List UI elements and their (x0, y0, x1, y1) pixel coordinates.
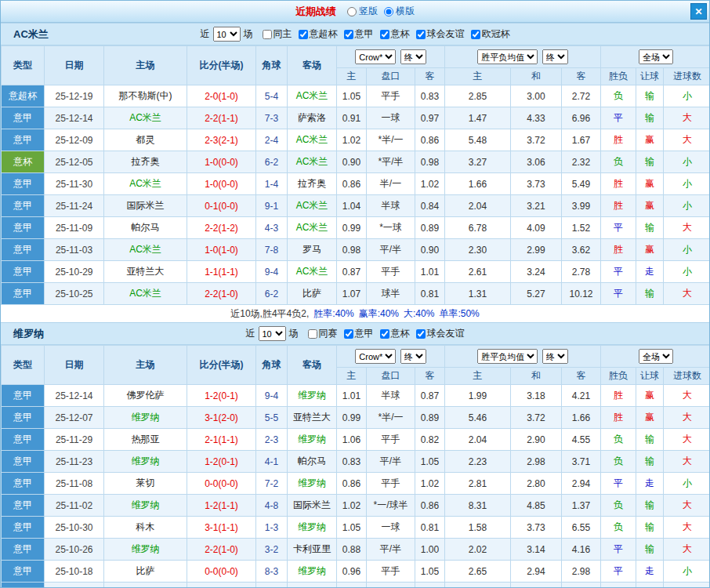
avg-draw: 3.21 (511, 195, 562, 217)
corners: 4-8 (256, 495, 288, 517)
filter-checkbox[interactable] (308, 329, 317, 339)
corners: 4-1 (256, 451, 288, 473)
corners: 7-3 (256, 107, 288, 129)
match-row: 意甲25-11-30AC米兰1-0(0-0)1-4拉齐奥0.86半/一1.021… (2, 173, 710, 195)
filter-checkbox[interactable] (263, 30, 272, 39)
result-goals: 小 (664, 195, 710, 217)
filter-option[interactable]: 欧冠杯 (471, 27, 510, 41)
odds-handicap: *一/球半 (367, 495, 415, 517)
layout-option-vertical[interactable]: 竖版 (347, 5, 378, 18)
avg-final-select[interactable]: 终 (542, 349, 568, 364)
summary-segment: 近10场,胜4平4负2, (230, 307, 309, 321)
avg-home: 2.23 (445, 451, 511, 473)
odds-away: 0.89 (415, 217, 445, 239)
result-handicap: 赢 (636, 173, 664, 195)
avg-type-select[interactable]: 胜平负均值 (477, 349, 538, 364)
match-row: 意甲25-10-26维罗纳2-2(1-0)3-2卡利亚里0.88平/半1.002… (2, 539, 710, 561)
filter-checkbox[interactable] (344, 30, 353, 39)
match-scope-select[interactable]: 全场 (639, 349, 673, 364)
odds-home: 1.01 (337, 385, 367, 407)
filter-checkbox[interactable] (416, 329, 426, 339)
subcol-avg-draw: 和 (511, 368, 562, 385)
match-count-select[interactable]: 10 (259, 326, 286, 341)
avg-final-select[interactable]: 终 (542, 49, 568, 64)
col-score: 比分(半场) (187, 346, 256, 385)
odds-home: 1.05 (337, 517, 367, 539)
summary-segment: 大:40% (404, 307, 434, 321)
layout-option-horizontal[interactable]: 横版 (384, 5, 415, 18)
filter-option[interactable]: 意杯 (380, 27, 410, 41)
odds-handicap: 平手 (367, 429, 415, 451)
away-team: 比萨 (288, 283, 337, 305)
match-date: 25-12-07 (45, 407, 104, 429)
vertical-layout-radio[interactable] (347, 7, 357, 16)
col-date: 日期 (45, 346, 104, 385)
filter-checkbox[interactable] (380, 30, 389, 39)
filter-option[interactable]: 意甲 (344, 27, 374, 41)
filter-checkbox[interactable] (299, 30, 308, 39)
horizontal-layout-radio[interactable] (384, 7, 393, 16)
odds-final-select[interactable]: 终 (400, 49, 426, 64)
match-row: 意甲25-11-08莱切0-0(0-0)7-2维罗纳0.86平手1.022.81… (2, 473, 710, 495)
corners: 5-4 (256, 85, 288, 107)
filter-checkbox[interactable] (471, 30, 480, 39)
result-goals: 小 (664, 561, 710, 583)
home-team: AC米兰 (104, 239, 187, 261)
scope-group-header: 全场 (601, 346, 710, 368)
filter-checkbox[interactable] (416, 30, 426, 39)
subcol-avg-away: 客 (562, 68, 601, 85)
filter-option[interactable]: 意甲 (344, 327, 374, 340)
col-type: 类型 (2, 346, 45, 385)
filter-label: 欧冠杯 (482, 27, 510, 41)
match-date: 25-10-18 (45, 561, 104, 583)
match-row: 意甲25-10-25AC米兰2-2(1-0)6-2比萨1.07球半0.811.3… (2, 283, 710, 305)
match-row: 意甲25-11-09帕尔马2-2(1-2)4-3AC米兰0.99*一球0.896… (2, 217, 710, 239)
subcol-avg-home: 主 (445, 68, 511, 85)
filter-option[interactable]: 球会友谊 (416, 27, 465, 41)
subcol-outcome: 胜负 (601, 68, 636, 85)
filter-option[interactable]: 意杯 (380, 327, 410, 340)
filter-option[interactable]: 球会友谊 (416, 327, 465, 340)
result-handicap: 输 (636, 283, 664, 305)
score: 2-3(2-1) (187, 129, 256, 151)
away-team: 萨索洛 (288, 107, 337, 129)
avg-away: 1.66 (562, 407, 601, 429)
team-header: 维罗纳 近 10 场 同赛意甲意杯球会友谊 (1, 322, 709, 345)
odds-company-select[interactable]: Crow* (355, 349, 396, 364)
match-scope-select[interactable]: 全场 (639, 49, 673, 64)
summary-segment: 单率:50% (439, 307, 479, 321)
odds-company-select[interactable]: Crow* (355, 49, 396, 64)
avg-away: 1.37 (562, 495, 601, 517)
window-titlebar: 近期战绩 竖版 横版 ✕ (1, 1, 709, 23)
avg-home: 2.30 (445, 239, 511, 261)
match-row: 意杯25-12-05拉齐奥1-0(0-0)6-2AC米兰0.90*平/半0.98… (2, 151, 710, 173)
avg-type-select[interactable]: 胜平负均值 (477, 49, 538, 64)
col-type: 类型 (2, 46, 45, 85)
match-count-select[interactable]: 10 (213, 27, 241, 42)
odds-handicap: *平/半 (367, 151, 415, 173)
result-goals: 大 (664, 539, 710, 561)
result-goals: 小 (664, 151, 710, 173)
result-goals: 大 (664, 129, 710, 151)
away-team: AC米兰 (288, 129, 337, 151)
match-date: 25-12-09 (45, 129, 104, 151)
filter-option[interactable]: 同主 (263, 27, 292, 41)
filter-label: 同赛 (319, 327, 338, 340)
result-outcome: 胜 (601, 129, 636, 151)
avg-draw: 3.00 (511, 85, 562, 107)
result-outcome: 胜 (601, 239, 636, 261)
score: 1-2(0-1) (187, 451, 256, 473)
close-button[interactable]: ✕ (690, 3, 707, 20)
home-team: 拉齐奥 (104, 151, 187, 173)
match-date: 25-11-09 (45, 217, 104, 239)
filter-checkbox[interactable] (344, 329, 353, 339)
match-date: 25-12-14 (45, 385, 104, 407)
away-team: AC米兰 (288, 85, 337, 107)
filter-option[interactable]: 同赛 (308, 327, 338, 340)
filter-checkbox[interactable] (380, 329, 389, 339)
odds-final-select[interactable]: 终 (400, 349, 426, 364)
home-team: 热那亚 (104, 429, 187, 451)
filter-option[interactable]: 意超杯 (299, 27, 338, 41)
avg-draw: 2.80 (511, 473, 562, 495)
result-outcome: 负 (601, 451, 636, 473)
